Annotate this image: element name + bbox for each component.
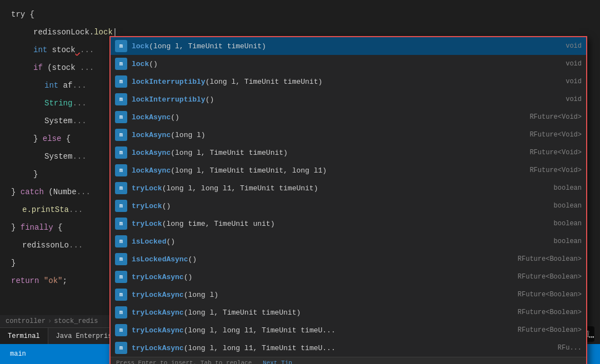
ac-item-name-5: lockAsync() — [132, 113, 525, 122]
ac-item-name-6: lockAsync(long l) — [132, 131, 525, 139]
ac-item-type-10: boolean — [554, 202, 582, 210]
autocomplete-item-18[interactable]: m tryLockAsync(long l, long l1, TimeUnit… — [111, 339, 586, 357]
ac-item-name-3: lockInterruptibly(long l, TimeUnit timeU… — [132, 78, 561, 86]
method-icon-8: m — [115, 164, 127, 176]
breadcrumb-controller: controller — [6, 317, 46, 325]
autocomplete-item-9[interactable]: m tryLock(long l, long l1, TimeUnit time… — [111, 179, 586, 197]
method-icon-15: m — [115, 289, 127, 301]
ac-item-name-16: tryLockAsync(long l, TimeUnit timeUnit) — [132, 309, 513, 317]
ac-item-name-12: isLocked() — [132, 237, 549, 246]
ac-item-type-11: boolean — [554, 220, 582, 228]
autocomplete-item-5[interactable]: m lockAsync() RFuture<Void> — [111, 108, 586, 126]
method-icon-12: m — [115, 235, 127, 247]
ac-item-name-2: lock() — [132, 60, 561, 68]
ac-item-type-15: RFuture<Boolean> — [518, 291, 582, 299]
autocomplete-item-14[interactable]: m tryLockAsync() RFuture<Boolean> — [111, 268, 586, 286]
ac-item-name-9: tryLock(long l, long l1, TimeUnit timeUn… — [132, 184, 549, 193]
ac-item-type-4: void — [566, 95, 582, 103]
autocomplete-item-2[interactable]: m lock() void — [111, 55, 586, 73]
method-icon-3: m — [115, 75, 127, 88]
ac-item-type-14: RFuture<Boolean> — [518, 273, 582, 281]
autocomplete-footer: Press Enter to insert, Tab to replace Ne… — [111, 357, 586, 364]
autocomplete-item-15[interactable]: m tryLockAsync(long l) RFuture<Boolean> — [111, 286, 586, 304]
terminal-tab-1[interactable]: Terminal — [0, 328, 48, 344]
ac-item-type-3: void — [566, 78, 582, 85]
autocomplete-item-16[interactable]: m tryLockAsync(long l, TimeUnit timeUnit… — [111, 304, 586, 321]
ac-item-name-4: lockInterruptibly() — [132, 95, 561, 104]
ac-item-type-2: void — [566, 60, 582, 68]
ac-item-type-18: RFu... — [558, 344, 582, 352]
ac-item-name-7: lockAsync(long l, TimeUnit timeUnit) — [132, 149, 525, 157]
method-icon-5: m — [115, 111, 127, 123]
autocomplete-popup[interactable]: m lock(long l, TimeUnit timeUnit) void m… — [109, 36, 587, 364]
ac-item-type-5: RFuture<Void> — [529, 113, 582, 121]
autocomplete-item-17[interactable]: m tryLockAsync(long l, long l1, TimeUnit… — [111, 321, 586, 339]
ac-item-type-7: RFuture<Void> — [529, 149, 582, 156]
autocomplete-item-13[interactable]: m isLockedAsync() RFuture<Boolean> — [111, 250, 586, 268]
autocomplete-item-8[interactable]: m lockAsync(long l, TimeUnit timeUnit, l… — [111, 161, 586, 179]
ac-item-type-12: boolean — [554, 237, 582, 245]
method-icon-2: m — [115, 58, 127, 70]
method-icon-13: m — [115, 253, 127, 265]
ac-item-type-17: RFuture<Boolean> — [518, 326, 582, 334]
next-tip-link[interactable]: Next Tip — [263, 360, 292, 364]
ac-item-type-13: RFuture<Boolean> — [518, 255, 582, 263]
ac-item-name-10: tryLock() — [132, 202, 549, 210]
ac-item-type-8: RFuture<Void> — [529, 166, 582, 174]
ac-item-name-8: lockAsync(long l, TimeUnit timeUnit, lon… — [132, 166, 525, 175]
autocomplete-item-6[interactable]: m lockAsync(long l) RFuture<Void> — [111, 126, 586, 144]
ac-item-type-1: void — [566, 42, 582, 50]
autocomplete-item-1[interactable]: m lock(long l, TimeUnit timeUnit) void — [111, 37, 586, 55]
method-icon-17: m — [115, 324, 127, 336]
ac-item-name-14: tryLockAsync() — [132, 273, 513, 281]
ac-item-name-13: isLockedAsync() — [132, 255, 513, 264]
method-icon-11: m — [115, 218, 127, 230]
method-icon-9: m — [115, 182, 127, 194]
autocomplete-item-3[interactable]: m lockInterruptibly(long l, TimeUnit tim… — [111, 73, 586, 90]
autocomplete-item-7[interactable]: m lockAsync(long l, TimeUnit timeUnit) R… — [111, 144, 586, 161]
autocomplete-item-12[interactable]: m isLocked() boolean — [111, 232, 586, 250]
ac-item-name-11: tryLock(long time, TimeUnit unit) — [132, 220, 549, 228]
method-icon-18: m — [115, 342, 127, 354]
ac-item-name-1: lock(long l, TimeUnit timeUnit) — [132, 42, 561, 50]
method-icon-1: m — [115, 40, 127, 52]
method-icon-10: m — [115, 200, 127, 212]
dots-menu[interactable]: ⋯ — [588, 331, 594, 343]
method-icon-7: m — [115, 146, 127, 159]
ac-item-name-17: tryLockAsync(long l, long l1, TimeUnit t… — [132, 326, 513, 335]
ac-item-type-6: RFuture<Void> — [529, 131, 582, 139]
method-icon-16: m — [115, 306, 127, 318]
method-icon-4: m — [115, 93, 127, 105]
method-icon-14: m — [115, 271, 127, 283]
ac-item-name-18: tryLockAsync(long l, long l1, TimeUnit t… — [132, 344, 553, 352]
code-line-1: try { — [0, 6, 600, 23]
ac-item-name-15: tryLockAsync(long l) — [132, 291, 513, 299]
status-branch: main — [6, 344, 31, 364]
autocomplete-item-4[interactable]: m lockInterruptibly() void — [111, 90, 586, 108]
ac-item-type-16: RFuture<Boolean> — [518, 309, 582, 316]
autocomplete-item-10[interactable]: m tryLock() boolean — [111, 197, 586, 215]
breadcrumb-stock-redis: stock_redis — [54, 317, 98, 325]
method-icon-6: m — [115, 129, 127, 141]
ac-item-type-9: boolean — [554, 184, 582, 192]
autocomplete-item-11[interactable]: m tryLock(long time, TimeUnit unit) bool… — [111, 215, 586, 232]
